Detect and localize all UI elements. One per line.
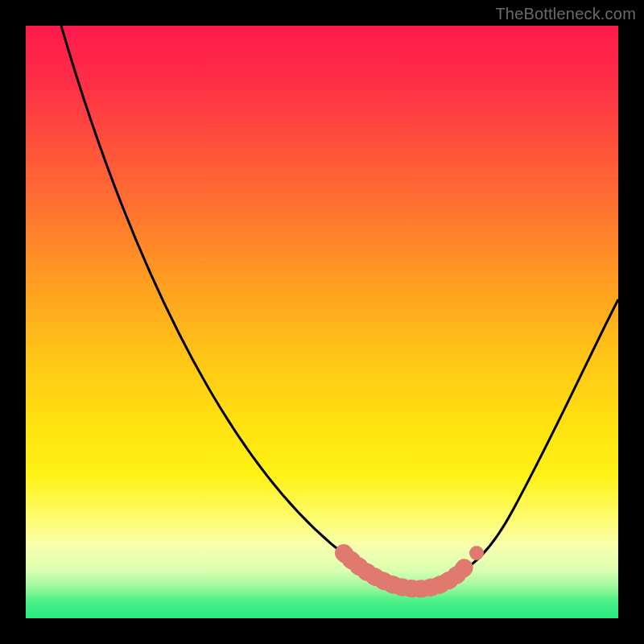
bottleneck-curve xyxy=(26,26,618,618)
chart-frame: TheBottleneck.com xyxy=(0,0,644,644)
curve-highlight-dot xyxy=(469,546,484,560)
watermark-text: TheBottleneck.com xyxy=(495,5,636,23)
curve-line xyxy=(61,26,618,584)
plot-area xyxy=(26,26,618,618)
